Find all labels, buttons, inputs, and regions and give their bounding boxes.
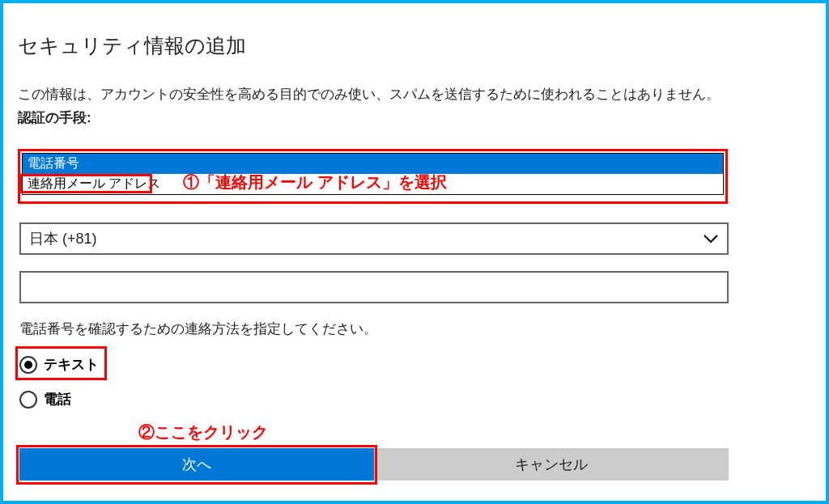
description-text: この情報は、アカウントの安全性を高める目的でのみ使い、スパムを送信するために使わ… — [18, 85, 811, 104]
method-label: 認証の手段: — [18, 108, 811, 127]
cancel-button[interactable]: キャンセル — [374, 448, 729, 481]
annotation-frame-next-button — [16, 445, 377, 485]
page-title: セキュリティ情報の追加 — [18, 32, 811, 59]
annotation-frame-email-option — [19, 174, 152, 193]
annotation-text-1: ①「連絡用メール アドレス」を選択 — [183, 172, 447, 193]
country-code-label: 日本 (+81) — [29, 229, 97, 248]
annotation-frame-radio — [15, 346, 107, 380]
chevron-down-icon — [703, 231, 719, 247]
contact-method-instruction: 電話番号を確認するための連絡方法を指定してください。 — [19, 320, 377, 338]
radio-phone-label: 電話 — [44, 390, 71, 409]
phone-number-input[interactable] — [19, 271, 729, 303]
radio-row-phone[interactable]: 電話 — [19, 390, 71, 409]
dialog-window: セキュリティ情報の追加 この情報は、アカウントの安全性を高める目的でのみ使い、ス… — [0, 0, 829, 504]
country-code-select[interactable]: 日本 (+81) — [19, 222, 729, 255]
annotation-text-2: ②ここをクリック — [138, 421, 268, 443]
radio-phone[interactable] — [19, 391, 37, 409]
dialog-content: セキュリティ情報の追加 この情報は、アカウントの安全性を高める目的でのみ使い、ス… — [3, 3, 826, 127]
